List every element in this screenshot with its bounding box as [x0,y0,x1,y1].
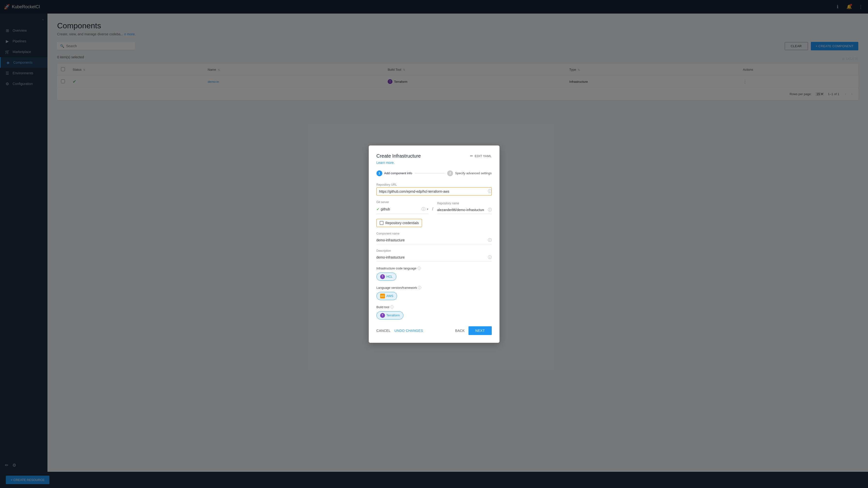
modal-header: Create Infrastructure ✏ EDIT YAML [376,153,492,159]
repo-separator: / [432,206,433,214]
git-server-value: github [381,207,420,211]
build-tool-info-icon[interactable]: ⓘ [390,305,394,310]
component-name-info-icon[interactable]: ⓘ [488,238,492,243]
repo-url-label: Repository URL [376,183,492,186]
step1-circle: 1 [376,170,382,176]
step-connector [415,173,444,173]
description-group: Description ⓘ [376,249,492,261]
cancel-button[interactable]: CANCEL [376,327,391,334]
next-button[interactable]: NEXT [468,326,492,335]
edit-yaml-icon: ✏ [470,154,473,158]
chip-hcl[interactable]: T HCL [376,272,396,281]
git-server-select[interactable]: ✔ github ⓘ ▾ [376,205,428,214]
repo-url-info-icon[interactable]: ⓘ [488,189,492,194]
component-name-input[interactable] [376,236,492,244]
git-status-icon: ✔ [376,207,379,211]
modal-learn-more-link[interactable]: Learn more. [376,161,492,165]
modal-title: Create Infrastructure [376,153,421,159]
modal-overlay: Create Infrastructure ✏ EDIT YAML Learn … [0,0,868,488]
edit-yaml-button[interactable]: ✏ EDIT YAML [470,154,492,158]
infra-lang-info-icon[interactable]: ⓘ [417,266,421,271]
modal-footer: CANCEL UNDO CHANGES BACK NEXT [376,326,492,335]
repo-url-group: Repository URL ⓘ [376,183,492,196]
build-tool-section-label: Build tool ⓘ [376,305,492,310]
git-select-arrow-icon[interactable]: ▾ [427,207,428,211]
git-server-label: Git server [376,200,428,204]
component-name-group: Component name ⓘ [376,232,492,244]
step-2: 2 Specify advanced settings [447,170,492,176]
component-name-input-wrap: ⓘ [376,236,492,244]
description-input[interactable] [376,254,492,261]
lang-version-chips: aws AWS [376,292,492,300]
description-label: Description [376,249,492,253]
modal: Create Infrastructure ✏ EDIT YAML Learn … [369,145,499,343]
terraform-chip-icon: T [380,313,385,318]
repo-name-input[interactable] [437,206,492,214]
description-info-icon[interactable]: ⓘ [488,255,492,260]
stepper: 1 Add component info 2 Specify advanced … [376,170,492,176]
repo-credentials-checkbox[interactable] [380,221,383,225]
build-tool-group: Build tool ⓘ T Terraform [376,305,492,320]
step2-label: Specify advanced settings [455,171,492,175]
repo-url-input-wrap: ⓘ [376,187,492,196]
lang-version-label: Language version/framework ⓘ [376,286,492,290]
lang-version-group: Language version/framework ⓘ aws AWS [376,286,492,300]
chip-aws[interactable]: aws AWS [376,292,397,300]
step-1: 1 Add component info [376,170,412,176]
step1-label: Add component info [384,171,412,175]
repo-name-col: Repository name ⓘ [437,202,492,214]
repo-name-label: Repository name [437,202,492,205]
aws-icon: aws [380,294,385,298]
undo-changes-button[interactable]: UNDO CHANGES [391,327,427,334]
repo-credentials-label: Repository credentials [385,221,419,225]
infra-lang-chips: T HCL [376,272,492,281]
hcl-icon: T [380,274,385,279]
git-server-row: Git server ✔ github ⓘ ▾ / Repository nam… [376,200,492,214]
description-input-wrap: ⓘ [376,254,492,261]
repo-credentials-checkbox-wrap[interactable]: Repository credentials [376,219,422,227]
repo-name-input-wrap: ⓘ [437,206,492,214]
git-info-icon[interactable]: ⓘ [422,207,425,212]
repo-name-info-icon[interactable]: ⓘ [488,207,492,213]
infra-lang-label: Infrastructure code language ⓘ [376,266,492,271]
build-tool-chips: T Terraform [376,311,492,320]
chip-terraform[interactable]: T Terraform [376,311,404,320]
back-button[interactable]: BACK [451,327,468,334]
git-server-col: Git server ✔ github ⓘ ▾ [376,200,428,214]
infra-lang-group: Infrastructure code language ⓘ T HCL [376,266,492,281]
lang-version-info-icon[interactable]: ⓘ [418,286,421,290]
step2-circle: 2 [447,170,453,176]
component-name-label: Component name [376,232,492,235]
repo-url-input[interactable] [376,187,492,196]
